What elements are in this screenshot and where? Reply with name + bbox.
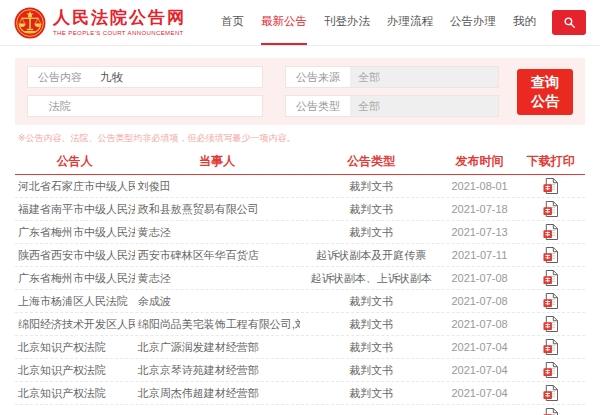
cell-type: 裁判文书 [300, 294, 443, 309]
nav: 首页最新公告刊登办法办理流程公告办理我的 [204, 0, 586, 45]
nav-item-2[interactable]: 刊登办法 [324, 0, 370, 45]
search-field: 法院 [27, 95, 263, 117]
cell-download[interactable] [517, 201, 585, 217]
cell-date: 2021-07-08 [442, 272, 516, 284]
cell-download[interactable] [517, 339, 585, 355]
cell-party: 西安市碑林区年华百货店 [135, 248, 300, 263]
column-party: 当事人 [135, 153, 300, 170]
table-row: 北京知识产权法院 北京京琴诗苑建材经营部 裁判文书 2021-07-04 [15, 359, 585, 382]
pdf-file-icon[interactable] [543, 339, 558, 355]
nav-item-3[interactable]: 办理流程 [387, 0, 433, 45]
announcement-table: 公告人 当事人 公告类型 发布时间 下载打印 河北省石家庄市中级人民法院 刘俊田… [15, 149, 585, 415]
table-row: 绵阳经济技术开发区人民法院 绵阳尚品美宅装饰工程有限公司,刘帅 裁判文书 202… [15, 313, 585, 336]
nav-item-1[interactable]: 最新公告 [261, 0, 307, 45]
cell-date: 2021-07-04 [442, 341, 516, 353]
cell-party: 刘俊田 [135, 179, 300, 194]
cell-download[interactable] [517, 362, 585, 378]
table-row: 陕西省西安市中级人民法院 西安市碑林区年华百货店 起诉状副本及开庭传票 2021… [15, 244, 585, 267]
cell-announcer: 北京知识产权法院 [15, 340, 135, 355]
cell-date: 2021-07-11 [442, 249, 516, 261]
pdf-file-icon[interactable] [543, 408, 558, 415]
brand-text: 人民法院公告网 THE PEOPLE'S COURT ANNOUNCEMENT [53, 9, 186, 36]
field-select[interactable]: 全部 [350, 67, 498, 87]
table-row [15, 405, 585, 415]
cell-date: 2021-07-08 [442, 295, 516, 307]
pdf-file-icon[interactable] [543, 385, 558, 401]
table-row: 上海市杨浦区人民法院 余成波 裁判文书 2021-07-08 [15, 290, 585, 313]
site-subtitle: THE PEOPLE'S COURT ANNOUNCEMENT [53, 30, 186, 36]
table-row: 河北省石家庄市中级人民法院 刘俊田 裁判文书 2021-08-01 [15, 175, 585, 198]
cell-announcer: 北京知识产权法院 [15, 363, 135, 378]
field-input[interactable] [92, 67, 262, 87]
search-note: ※公告内容、法院、公告类型均非必填项，但必须填写最少一项内容。 [18, 132, 582, 145]
cell-type: 裁判文书 [300, 340, 443, 355]
site-title: 人民法院公告网 [53, 9, 186, 28]
cell-date: 2021-07-18 [442, 203, 516, 215]
table-header: 公告人 当事人 公告类型 发布时间 下载打印 [15, 149, 585, 175]
nav-item-5[interactable]: 我的 [513, 0, 536, 45]
pdf-file-icon[interactable] [543, 362, 558, 378]
field-label: 公告来源 [286, 67, 350, 87]
cell-date: 2021-08-01 [442, 180, 516, 192]
pdf-file-icon[interactable] [543, 293, 558, 309]
pdf-file-icon[interactable] [543, 178, 558, 194]
cell-announcer: 广东省梅州市中级人民法院 [15, 271, 135, 286]
cell-date: 2021-07-04 [442, 387, 516, 399]
cell-announcer: 福建省南平市中级人民法院 [15, 202, 135, 217]
search-field: 公告来源 全部 [285, 66, 499, 88]
cell-download[interactable] [517, 270, 585, 286]
table-row: 福建省南平市中级人民法院 政和县敖熹贸易有限公司 裁判文书 2021-07-18 [15, 198, 585, 221]
cell-download[interactable] [517, 224, 585, 240]
cell-download[interactable] [517, 293, 585, 309]
pdf-file-icon[interactable] [543, 247, 558, 263]
cell-type: 起诉状副本、上诉状副本 [300, 271, 443, 286]
cell-announcer: 绵阳经济技术开发区人民法院 [15, 317, 135, 332]
cell-announcer: 上海市杨浦区人民法院 [15, 294, 135, 309]
cell-type: 裁判文书 [300, 363, 443, 378]
field-select[interactable]: 全部 [350, 96, 498, 116]
field-input[interactable] [92, 96, 262, 116]
magnifier-icon [563, 16, 576, 29]
pdf-file-icon[interactable] [543, 316, 558, 332]
cell-announcer: 广东省梅州市中级人民法院 [15, 225, 135, 240]
cell-party: 黄志泾 [135, 271, 300, 286]
cell-download[interactable] [517, 316, 585, 332]
pdf-file-icon[interactable] [543, 270, 558, 286]
table-body: 河北省石家庄市中级人民法院 刘俊田 裁判文书 2021-08-01 福建省南平市… [15, 175, 585, 415]
nav-item-0[interactable]: 首页 [221, 0, 244, 45]
cell-date: 2021-07-04 [442, 364, 516, 376]
cell-party: 绵阳尚品美宅装饰工程有限公司,刘帅 [135, 317, 300, 332]
cell-type: 起诉状副本及开庭传票 [300, 248, 443, 263]
cell-party: 北京京琴诗苑建材经营部 [135, 363, 300, 378]
column-announcer: 公告人 [15, 153, 135, 170]
table-row: 北京知识产权法院 北京周杰伟超建材经营部 裁判文书 2021-07-04 [15, 382, 585, 405]
cell-date: 2021-07-13 [442, 226, 516, 238]
query-button-label: 查询公告 [529, 73, 561, 111]
search-fields: 公告内容 法院 公告来源 全部 公告类型 全部 [27, 66, 499, 117]
cell-announcer: 北京知识产权法院 [15, 386, 135, 401]
table-row: 广东省梅州市中级人民法院 黄志泾 起诉状副本、上诉状副本 2021-07-08 [15, 267, 585, 290]
nav-search-button[interactable] [552, 10, 586, 35]
column-download-print: 下载打印 [517, 153, 585, 170]
cell-download[interactable] [517, 408, 585, 415]
cell-party: 余成波 [135, 294, 300, 309]
pdf-file-icon[interactable] [543, 201, 558, 217]
cell-announcer: 陕西省西安市中级人民法院 [15, 248, 135, 263]
pdf-file-icon[interactable] [543, 224, 558, 240]
cell-type: 裁判文书 [300, 225, 443, 240]
cell-party: 北京广源润发建材经营部 [135, 340, 300, 355]
search-panel: 公告内容 法院 公告来源 全部 公告类型 全部 查询公告 [15, 58, 585, 125]
cell-download[interactable] [517, 247, 585, 263]
nav-item-4[interactable]: 公告办理 [450, 0, 496, 45]
cell-type: 裁判文书 [300, 179, 443, 194]
field-label: 法院 [28, 96, 92, 116]
query-announcements-button[interactable]: 查询公告 [517, 69, 573, 115]
cell-download[interactable] [517, 178, 585, 194]
search-field: 公告内容 [27, 66, 263, 88]
cell-party: 黄志泾 [135, 225, 300, 240]
table-row: 北京知识产权法院 北京广源润发建材经营部 裁判文书 2021-07-04 [15, 336, 585, 359]
court-emblem-logo [14, 7, 46, 39]
table-row: 广东省梅州市中级人民法院 黄志泾 裁判文书 2021-07-13 [15, 221, 585, 244]
cell-type: 裁判文书 [300, 386, 443, 401]
cell-download[interactable] [517, 385, 585, 401]
